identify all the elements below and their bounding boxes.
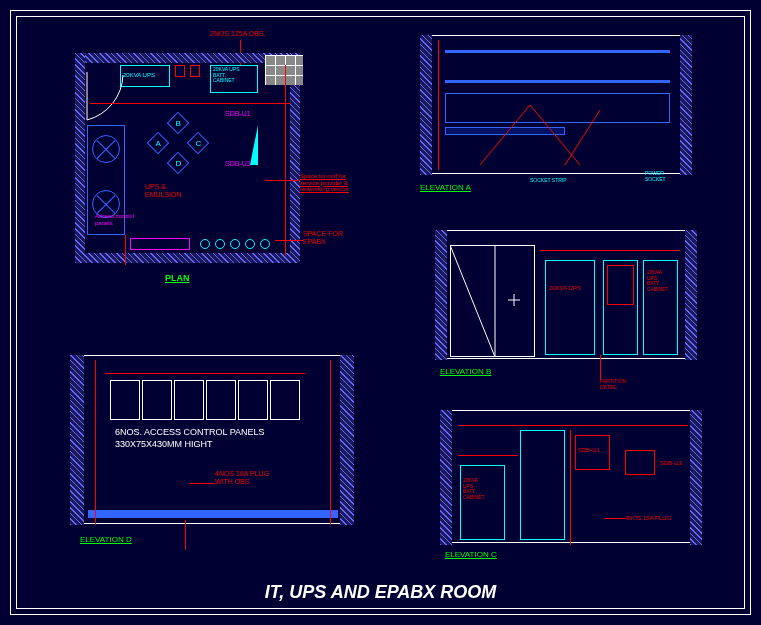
access-panel-label: Access controlpanels: [95, 213, 134, 226]
svg-line-1: [530, 105, 580, 165]
ups-box-b: [545, 260, 595, 355]
note-b: PARTITIONDETAIL: [600, 378, 626, 390]
ups-label-b: 20KVA UPS: [549, 285, 581, 291]
cabinet-label-b: 20KVAUPSBATT.CABINET: [647, 270, 669, 292]
mdf-note: Space for mdf forservice provider &netwo…: [300, 173, 349, 193]
wall-left-d: [70, 355, 84, 525]
dim-v-d-bot: [185, 520, 186, 550]
wall-right: [680, 35, 692, 175]
inner-cab-b: [607, 265, 634, 305]
leader-epabx: [275, 240, 303, 241]
dim-v-1: [285, 65, 286, 255]
dim-v-2: [125, 235, 126, 265]
panel-text-2: 330X75X430MM HIGHT: [115, 439, 213, 449]
ceiling-c: [452, 410, 690, 411]
leader-mdf: [265, 180, 300, 181]
outlet-1: [200, 239, 210, 249]
ceiling: [447, 230, 685, 231]
leader-plug-d: [190, 483, 215, 484]
elevation-a: ELEVATION A SOCKET STRIP POWERSOCKET: [420, 35, 710, 205]
wall-left: [435, 230, 447, 360]
sdb-u3-c: SDB-U3: [660, 460, 682, 466]
diamond-d: D: [167, 152, 190, 175]
diamond-b: B: [167, 112, 190, 135]
dim-v: [438, 40, 439, 170]
panel-row-1: [130, 238, 190, 250]
wall-left: [420, 35, 432, 175]
wall-left-c: [440, 410, 452, 545]
diamond-a: A: [147, 132, 170, 155]
floor: [447, 358, 685, 359]
diamond-c: C: [187, 132, 210, 155]
skirting-d: [88, 510, 338, 518]
plug-note-c: 4NOS 15A PLUG: [625, 515, 671, 521]
ups-power-label: UPS &EMULSION: [145, 183, 182, 198]
cabinet-label: 20KVA UPSBATT.CABINET: [213, 67, 240, 84]
ups-label: 20KVA UPS: [123, 72, 155, 78]
panel-1: [110, 380, 140, 420]
panel-2: [142, 380, 172, 420]
plug-note-d: 4NOS 16A PLUGWITH OBS.: [215, 470, 269, 485]
band-1: [445, 50, 670, 53]
elev-d-label: ELEVATION D: [80, 535, 132, 544]
sdb-c-2: [625, 450, 655, 475]
diamond-d-label: D: [175, 159, 181, 168]
sdb-u3-label: SDB-U3: [225, 160, 251, 167]
sdb-box-1: [175, 65, 185, 77]
note-a-2: POWERSOCKET: [645, 170, 666, 182]
leader-plug-c: [605, 518, 625, 519]
elev-a-label: ELEVATION A: [420, 183, 471, 192]
circle-x-1: [92, 135, 120, 163]
panel-4: [206, 380, 236, 420]
ceiling-d: [84, 355, 340, 356]
epabx-note: SPACE FOREPABX: [303, 230, 343, 245]
dim-h-c: [458, 425, 688, 426]
panel-3: [174, 380, 204, 420]
dim-h-c2: [458, 455, 518, 456]
outlet-2: [215, 239, 225, 249]
cab-c-label: 20KVAUPSBATT.CABINET: [463, 478, 485, 500]
dim-v-b: [600, 355, 601, 380]
svg-line-2: [565, 110, 600, 165]
elevation-b: 20KVA UPS 20KVAUPSBATT.CABINET ELEVATION…: [435, 230, 705, 390]
dim-h-1: [90, 103, 290, 104]
floor-c: [452, 542, 690, 543]
wall-bottom: [75, 253, 300, 263]
drawing-title: IT, UPS AND EPABX ROOM: [0, 582, 761, 603]
sdb-box-2: [190, 65, 200, 77]
elev-c-label: ELEVATION C: [445, 550, 497, 559]
svg-line-0: [480, 105, 530, 165]
floor-d: [84, 523, 340, 524]
dim-v-d-right: [330, 360, 331, 525]
wall-right: [685, 230, 697, 360]
plan-view: 2NOS 125A OBS. 20KVA UPS 20KVA UPSBATT.C…: [75, 35, 335, 295]
band-2: [445, 80, 670, 83]
diamond-a-label: A: [155, 139, 160, 148]
note-a-1: SOCKET STRIP: [530, 177, 567, 183]
outlet-5: [260, 239, 270, 249]
note-top: 2NOS 125A OBS.: [210, 30, 266, 37]
sdb-u1-label: SDB-U1: [225, 110, 251, 117]
diamond-c-label: C: [195, 139, 201, 148]
elev-b-label: ELEVATION B: [440, 367, 491, 376]
panel-5: [238, 380, 268, 420]
wall-left: [75, 53, 85, 263]
triangle-marker: [250, 125, 258, 165]
diamond-b-label: B: [175, 119, 180, 128]
dim-h-b: [540, 250, 680, 251]
wall-right-c: [690, 410, 702, 545]
outlet-4: [245, 239, 255, 249]
sdb-u1-c: SDB-U1: [578, 447, 600, 453]
dim-v-d-left: [95, 360, 96, 525]
svg-line-3: [450, 245, 495, 357]
plan-label: PLAN: [165, 273, 190, 283]
panel-text-1: 6NOS. ACCESS CONTROL PANELS: [115, 427, 265, 437]
elevation-c: 20KVAUPSBATT.CABINET SDB-U1 SDB-U3 4NOS …: [440, 410, 710, 575]
ceiling-line: [432, 35, 680, 37]
door-swing: [85, 70, 125, 125]
cab-c-2: [520, 430, 565, 540]
elevation-d: 6NOS. ACCESS CONTROL PANELS 330X75X430MM…: [70, 355, 370, 565]
door-panel: [450, 245, 535, 357]
outlet-3: [230, 239, 240, 249]
wall-right-d: [340, 355, 354, 525]
